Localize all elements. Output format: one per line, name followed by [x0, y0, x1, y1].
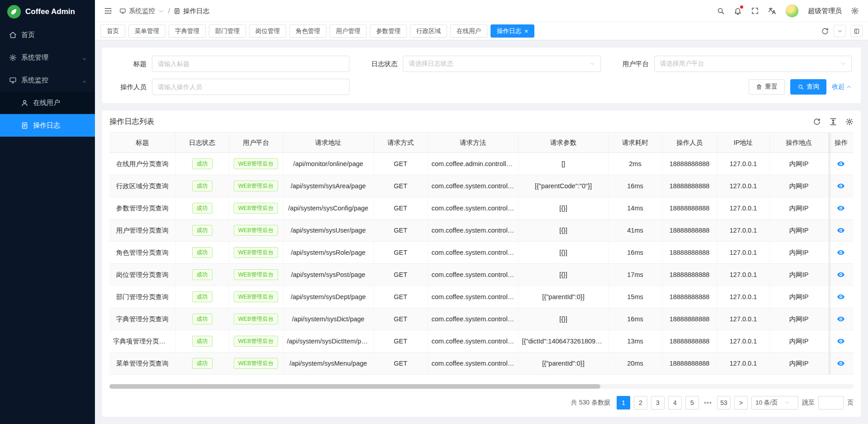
log-status-select[interactable]: 请选择日志状态 [403, 56, 600, 72]
view-detail-icon[interactable] [837, 293, 845, 301]
page-button-2[interactable]: 2 [634, 396, 647, 410]
tab-首页[interactable]: 首页 [100, 24, 125, 38]
layout-toggle-button[interactable] [850, 25, 863, 37]
cell-method: GET [373, 330, 428, 353]
filter-actions: 重置 查询 收起 [362, 79, 852, 95]
avatar[interactable] [785, 4, 799, 18]
cell-action [828, 175, 854, 197]
cell-location: 内网IP [769, 197, 828, 219]
view-detail-icon[interactable] [837, 204, 845, 212]
view-detail-icon[interactable] [837, 359, 845, 367]
user-platform-label: 用户平台 [613, 60, 649, 68]
tab-角色管理[interactable]: 角色管理 [289, 24, 326, 38]
tab-参数管理[interactable]: 参数管理 [370, 24, 407, 38]
sidebar-item-home[interactable]: 首页 [0, 24, 95, 46]
next-page-button[interactable]: > [734, 396, 748, 410]
refresh-tabs-icon[interactable] [821, 27, 829, 35]
search-button[interactable]: 查询 [790, 79, 826, 95]
page-size-select[interactable]: 10 条/页 [751, 396, 798, 410]
table-row: 行政区域分页查询成功WEB管理后台/api/system/sysArea/pag… [109, 175, 854, 197]
collapse-sidebar-icon[interactable] [104, 7, 112, 15]
cell-handler: com.coffee.admin.controller... [428, 153, 518, 175]
view-detail-icon[interactable] [837, 271, 845, 279]
cell-location: 内网IP [769, 242, 828, 264]
status-tag: 成功 [192, 269, 212, 281]
table-row: 参数管理分页查询成功WEB管理后台/api/system/sysConfig/p… [109, 197, 854, 219]
cell-action [828, 153, 854, 175]
chevron-down-icon [840, 61, 846, 67]
cell-handler: com.coffee.system.controlle... [428, 242, 518, 264]
cell-url: /api/system/sysConfig/page [283, 197, 373, 219]
sidebar-item-operation-log[interactable]: 操作日志 [0, 114, 95, 137]
scrollbar-thumb[interactable] [109, 384, 600, 389]
sidebar-item-online-users[interactable]: 在线用户 [0, 91, 95, 114]
tab-用户管理[interactable]: 用户管理 [330, 24, 367, 38]
sidebar-item-system-management[interactable]: 系统管理 [0, 46, 95, 69]
status-tag: 成功 [192, 291, 212, 303]
tab-操作日志[interactable]: 操作日志× [491, 24, 534, 38]
cell-duration: 20ms [609, 353, 662, 375]
cell-title: 用户管理分页查询 [109, 219, 175, 242]
column-header: 请求参数 [518, 133, 609, 153]
view-detail-icon[interactable] [837, 248, 845, 257]
view-detail-icon[interactable] [837, 315, 845, 323]
tab-字典管理[interactable]: 字典管理 [169, 24, 206, 38]
bell-icon[interactable] [734, 7, 742, 15]
search-icon[interactable] [717, 7, 725, 15]
jump-page-input[interactable] [818, 396, 844, 410]
cell-params: [{"dictId":140647326180950... [518, 330, 609, 353]
view-detail-icon[interactable] [837, 226, 845, 234]
refresh-table-icon[interactable] [813, 118, 821, 126]
tab-在线用户[interactable]: 在线用户 [450, 24, 487, 38]
view-detail-icon[interactable] [837, 337, 845, 345]
collapse-filters-link[interactable]: 收起 [832, 83, 852, 91]
title-label: 标题 [111, 60, 146, 68]
page-button-53[interactable]: 53 [717, 396, 731, 410]
cell-title: 菜单管理分页查询 [109, 353, 175, 375]
tab-岗位管理[interactable]: 岗位管理 [249, 24, 286, 38]
page-button-4[interactable]: 4 [668, 396, 682, 410]
breadcrumb-item-parent[interactable]: 系统监控 [119, 7, 165, 15]
username[interactable]: 超级管理员 [808, 7, 842, 15]
sidebar: Coffee Admin 首页系统管理系统监控在线用户操作日志 [0, 0, 95, 424]
tab-options-button[interactable] [834, 25, 846, 37]
operator-input[interactable] [152, 79, 349, 95]
translate-icon[interactable] [768, 7, 776, 15]
pagination: 共 530 条数据 12345•••53 > 10 条/页 跳至 页 [109, 396, 854, 410]
cell-url: /api/system/sysRole/page [283, 242, 373, 264]
cell-method: GET [373, 264, 428, 286]
page-ellipsis: ••• [703, 399, 713, 406]
platform-tag: WEB管理后台 [234, 203, 278, 214]
tab-部门管理[interactable]: 部门管理 [209, 24, 246, 38]
cell-operator: 18888888888 [662, 197, 717, 219]
settings-gear-icon[interactable] [851, 7, 859, 15]
column-header: 用户平台 [229, 133, 283, 153]
page-button-5[interactable]: 5 [685, 396, 699, 410]
user-platform-select[interactable]: 请选择用户平台 [654, 56, 852, 72]
cell-platform: WEB管理后台 [229, 197, 283, 219]
status-tag: 成功 [192, 158, 212, 170]
tab-行政区域[interactable]: 行政区域 [410, 24, 447, 38]
title-input[interactable] [152, 56, 349, 72]
platform-tag: WEB管理后台 [234, 247, 278, 258]
fullscreen-icon[interactable] [751, 7, 759, 15]
row-density-icon[interactable] [829, 118, 837, 126]
close-icon[interactable]: × [524, 28, 528, 34]
cell-handler: com.coffee.system.controlle... [428, 175, 518, 197]
page-button-1[interactable]: 1 [617, 396, 630, 410]
view-detail-icon[interactable] [837, 182, 845, 190]
cell-duration: 2ms [609, 153, 662, 175]
view-detail-icon[interactable] [837, 160, 845, 168]
cell-ip: 127.0.0.1 [717, 330, 769, 353]
cell-params: [{}] [518, 308, 609, 330]
reset-button[interactable]: 重置 [749, 79, 785, 95]
cell-ip: 127.0.0.1 [717, 197, 769, 219]
cell-operator: 18888888888 [662, 308, 717, 330]
trash-icon [756, 84, 762, 90]
page-button-3[interactable]: 3 [651, 396, 665, 410]
table-row: 用户管理分页查询成功WEB管理后台/api/system/sysUser/pag… [109, 219, 854, 242]
sidebar-item-system-monitor[interactable]: 系统监控 [0, 69, 95, 91]
column-settings-icon[interactable] [845, 118, 854, 126]
cell-duration: 16ms [609, 308, 662, 330]
tab-菜单管理[interactable]: 菜单管理 [128, 24, 165, 38]
